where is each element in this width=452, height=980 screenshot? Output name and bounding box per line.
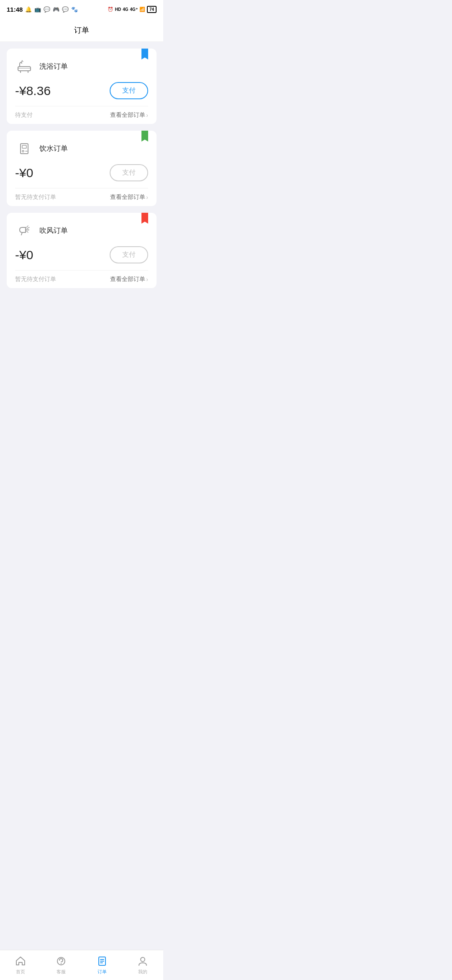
page-title: 订单: [74, 25, 89, 35]
bath-icon: [15, 57, 33, 75]
water-view-all-button[interactable]: 查看全部订单 ›: [110, 193, 148, 201]
alarm-icon: ⏰: [108, 7, 113, 12]
water-icon: [15, 139, 33, 157]
status-icon-3: 💬: [44, 6, 50, 13]
page-header: 订单: [0, 18, 163, 42]
svg-point-6: [22, 150, 24, 152]
status-time: 11:48: [7, 6, 23, 13]
bath-card-title: 洗浴订单: [39, 62, 68, 71]
bath-card-top: 洗浴订单: [7, 49, 157, 82]
water-order-card: 饮水订单 -¥0 支付 暂无待支付订单 查看全部订单 ›: [7, 131, 157, 206]
dryer-pay-button[interactable]: 支付: [110, 246, 148, 263]
dryer-view-all-label: 查看全部订单: [110, 276, 145, 283]
dryer-amount-row: -¥0 支付: [7, 246, 157, 270]
content-area: 洗浴订单 -¥8.36 支付 待支付 查看全部订单 ›: [0, 42, 163, 322]
bath-order-card: 洗浴订单 -¥8.36 支付 待支付 查看全部订单 ›: [7, 49, 157, 124]
water-status-text: 暂无待支付订单: [15, 193, 56, 201]
dryer-icon: [15, 221, 33, 240]
status-icon-4: 🎮: [53, 6, 59, 13]
status-icon-1: 🔔: [25, 6, 32, 13]
dryer-status-text: 暂无待支付订单: [15, 276, 56, 283]
signal-4g-icon: 4G: [123, 7, 128, 12]
hd-icon: HD: [115, 7, 121, 12]
signal-4gplus-icon: 4G⁺: [130, 7, 138, 12]
water-chevron-icon: ›: [146, 194, 148, 201]
bath-view-all-label: 查看全部订单: [110, 111, 145, 119]
water-card-bottom: 暂无待支付订单 查看全部订单 ›: [7, 188, 157, 206]
wifi-icon: 📶: [139, 7, 145, 12]
bath-status-text: 待支付: [15, 111, 33, 119]
dryer-view-all-button[interactable]: 查看全部订单 ›: [110, 276, 148, 283]
status-left: 11:48 🔔 📺 💬 🎮 💬 🐾: [7, 6, 78, 13]
svg-rect-5: [22, 145, 26, 148]
status-bar: 11:48 🔔 📺 💬 🎮 💬 🐾 ⏰ HD 4G 4G⁺ 📶 74: [0, 0, 163, 18]
water-view-all-label: 查看全部订单: [110, 193, 145, 201]
dryer-card-top: 吹风订单: [7, 213, 157, 246]
dryer-order-card: 吹风订单 -¥0 支付 暂无待支付订单 查看全部订单 ›: [7, 213, 157, 288]
status-right: ⏰ HD 4G 4G⁺ 📶 74: [108, 6, 157, 13]
bath-amount: -¥8.36: [15, 84, 51, 98]
dryer-chevron-icon: ›: [146, 276, 148, 283]
dryer-card-bottom: 暂无待支付订单 查看全部订单 ›: [7, 271, 157, 288]
water-card-title: 饮水订单: [39, 144, 68, 153]
water-card-top: 饮水订单: [7, 131, 157, 164]
water-amount: -¥0: [15, 166, 33, 180]
dryer-amount: -¥0: [15, 248, 33, 262]
battery-icon: 74: [147, 6, 157, 13]
status-icon-5: 💬: [62, 6, 69, 13]
status-icon-6: 🐾: [71, 6, 78, 13]
status-icon-2: 📺: [34, 6, 41, 13]
water-amount-row: -¥0 支付: [7, 164, 157, 188]
bath-card-bottom: 待支付 查看全部订单 ›: [7, 106, 157, 124]
bath-pay-button[interactable]: 支付: [110, 82, 148, 99]
bath-chevron-icon: ›: [146, 112, 148, 119]
dryer-card-title: 吹风订单: [39, 226, 68, 235]
svg-rect-0: [18, 67, 31, 71]
bath-view-all-button[interactable]: 查看全部订单 ›: [110, 111, 148, 119]
water-pay-button[interactable]: 支付: [110, 164, 148, 181]
bath-amount-row: -¥8.36 支付: [7, 82, 157, 106]
